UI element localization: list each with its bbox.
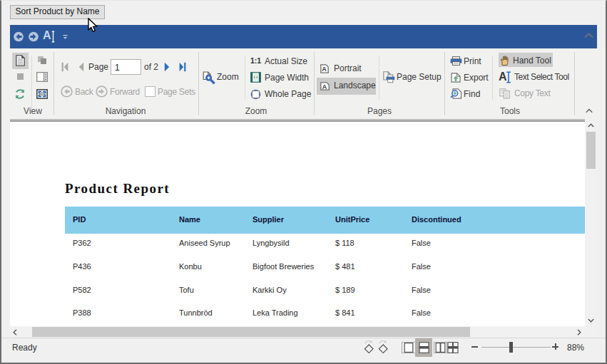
svg-text:A: A (322, 66, 327, 73)
svg-text:A: A (322, 83, 327, 90)
